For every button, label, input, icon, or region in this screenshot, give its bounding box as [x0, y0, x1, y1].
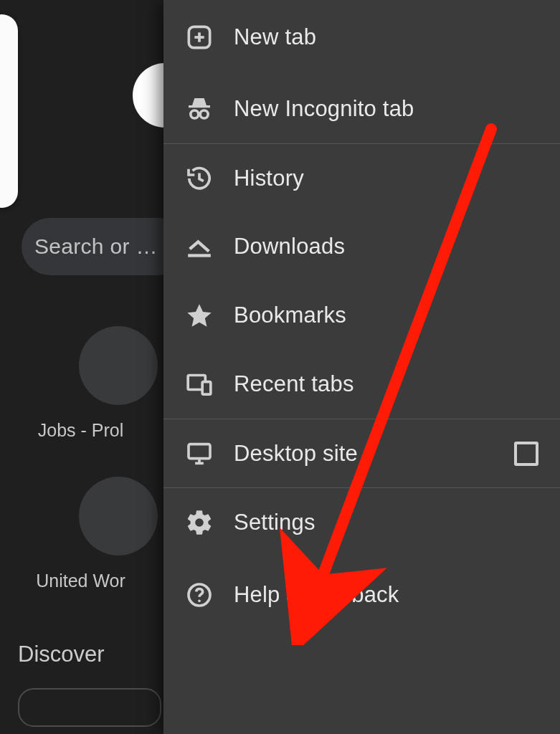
bookmarks-icon — [185, 301, 234, 330]
menu-settings-label: Settings — [234, 510, 315, 535]
menu-desktop-site[interactable]: Desktop site — [163, 419, 560, 487]
menu-help-label: Help & feedback — [234, 582, 399, 608]
menu-downloads-label: Downloads — [234, 234, 345, 259]
desktop-site-checkbox[interactable] — [514, 442, 538, 466]
menu-incognito-label: New Incognito tab — [234, 96, 414, 122]
discover-card[interactable] — [18, 688, 161, 727]
menu-downloads[interactable]: Downloads — [163, 212, 560, 281]
site-shortcut-2[interactable] — [79, 477, 158, 556]
screen-edge-highlight — [0, 14, 18, 208]
menu-desktop-site-label: Desktop site — [234, 441, 358, 467]
search-input[interactable]: Search or … — [22, 218, 186, 275]
incognito-icon — [185, 95, 234, 123]
search-placeholder: Search or … — [34, 234, 158, 259]
recent-tabs-icon — [185, 370, 234, 399]
new-tab-icon — [185, 23, 234, 52]
menu-new-tab[interactable]: New tab — [163, 0, 560, 75]
svg-point-3 — [191, 110, 199, 118]
discover-heading: Discover — [18, 642, 105, 667]
site-shortcut-2-label: United Wor — [0, 571, 161, 591]
overflow-menu: New tab New Incognito tab History — [163, 0, 560, 734]
desktop-site-icon — [185, 439, 234, 468]
menu-recent-tabs[interactable]: Recent tabs — [163, 350, 560, 419]
menu-bookmarks[interactable]: Bookmarks — [163, 281, 560, 350]
svg-point-13 — [198, 600, 201, 603]
menu-new-tab-label: New tab — [234, 24, 316, 50]
menu-new-incognito-tab[interactable]: New Incognito tab — [163, 75, 560, 143]
menu-help-feedback[interactable]: Help & feedback — [163, 556, 560, 634]
menu-history-label: History — [234, 166, 304, 191]
menu-recent-tabs-label: Recent tabs — [234, 371, 354, 397]
svg-rect-9 — [189, 444, 210, 458]
svg-rect-8 — [202, 382, 211, 395]
menu-bookmarks-label: Bookmarks — [234, 302, 346, 328]
site-shortcut-1-label: Jobs - Prol — [0, 420, 161, 441]
svg-point-4 — [200, 110, 208, 118]
downloads-icon — [185, 232, 234, 261]
menu-history[interactable]: History — [163, 143, 560, 212]
help-icon — [185, 581, 234, 609]
menu-settings[interactable]: Settings — [163, 487, 560, 556]
site-shortcut-1[interactable] — [79, 326, 158, 405]
settings-icon — [185, 508, 234, 537]
history-icon — [185, 164, 234, 193]
